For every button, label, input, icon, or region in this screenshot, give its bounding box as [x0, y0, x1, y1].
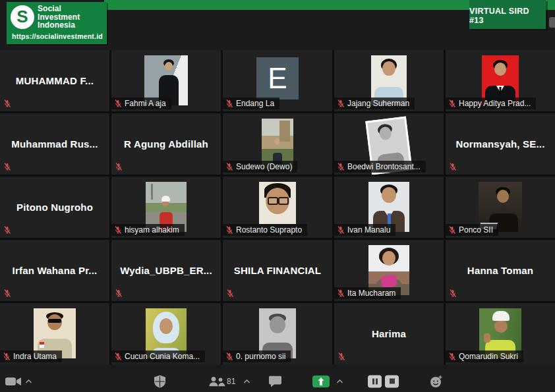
participant-name-label: Jajang Suherman [334, 98, 415, 109]
participant-name: R Agung Abdillah [111, 113, 221, 175]
event-badge: VIRTUAL SIRD #13 [469, 0, 546, 29]
participant-name-label: Rostanto Suprapto [223, 224, 307, 236]
muted-mic-icon [114, 99, 122, 108]
participant-tile[interactable]: 0. purnomo sii [223, 303, 332, 364]
participant-count: 81 [227, 378, 235, 385]
participant-name-label: Boedwi Brontosant... [334, 161, 426, 173]
participant-tile[interactable]: Cucun Cunia Koma... [111, 303, 221, 364]
participant-name-label: Cucun Cunia Koma... [111, 350, 205, 362]
muted-mic-icon [337, 99, 345, 108]
participant-tile[interactable]: Hanna Toman [446, 240, 555, 301]
pause-recording-button[interactable] [368, 375, 382, 387]
muted-mic-icon [337, 226, 345, 235]
participant-grid: MUHAMMAD F...Fahmi A ajaEEndang LaJajang… [0, 50, 555, 364]
participant-name: Irfan Wahana Pr... [0, 240, 109, 301]
video-chevron-up-icon[interactable] [25, 379, 32, 383]
participant-name-label: Qomarudin Sukri [446, 350, 523, 362]
participant-name: Indra Utama [13, 352, 57, 361]
logo-line-3: Indonesia [38, 21, 80, 30]
participant-name: Ita Mucharam [347, 289, 395, 298]
participant-tile[interactable]: Sudewo (Dewo) [223, 113, 332, 175]
video-button[interactable] [5, 377, 21, 386]
muted-mic-icon [337, 289, 345, 298]
participant-name: Sudewo (Dewo) [236, 162, 292, 171]
participant-tile[interactable]: MUHAMMAD F... [0, 50, 109, 111]
participant-name: Hanna Toman [446, 240, 555, 301]
participant-name: Rostanto Suprapto [236, 225, 302, 235]
stop-recording-button[interactable] [385, 375, 399, 387]
muted-mic-icon [115, 289, 123, 298]
participant-tile[interactable]: Qomarudin Sukri [446, 303, 555, 364]
participant-tile[interactable]: EEndang La [223, 50, 332, 111]
participant-tile[interactable]: hisyam alhakim [111, 177, 221, 238]
participant-tile[interactable]: Indra Utama [0, 303, 109, 364]
participant-name: Cucun Cunia Koma... [125, 352, 200, 361]
participant-name-label: Ponco SII [446, 224, 498, 236]
participants-chevron-up-icon[interactable] [243, 379, 250, 383]
muted-mic-icon [225, 226, 233, 235]
security-shield-button[interactable] [154, 375, 165, 387]
participant-tile[interactable]: Happy Aditya Prad... [446, 50, 555, 111]
participant-tile[interactable]: Wydia_UBPB_ER... [111, 240, 221, 301]
participant-tile[interactable]: SHILA FINANCIAL [223, 240, 332, 301]
meeting-window: S Social Investment Indonesia https://so… [0, 0, 555, 392]
participant-name-label: Indra Utama [0, 350, 62, 362]
muted-mic-icon [3, 163, 11, 171]
participant-tile[interactable]: Boedwi Brontosant... [334, 113, 444, 175]
participant-tile[interactable]: Irfan Wahana Pr... [0, 240, 109, 301]
logo-line-1: Social [38, 5, 80, 13]
share-screen-button[interactable] [312, 376, 330, 387]
participant-name: MUHAMMAD F... [0, 50, 109, 111]
participant-name: SHILA FINANCIAL [223, 240, 332, 301]
meeting-toolbar: 81 [0, 370, 555, 392]
participant-name: Qomarudin Sukri [459, 352, 518, 361]
reactions-button[interactable] [430, 375, 443, 388]
participant-tile[interactable]: Ponco SII [446, 177, 555, 238]
participant-name-label: Ita Mucharam [334, 287, 401, 299]
participant-name: Happy Aditya Prad... [459, 99, 531, 108]
participant-tile[interactable]: Muhammad Rus... [0, 113, 109, 175]
participant-name: Ponco SII [459, 225, 493, 235]
participants-button[interactable] [208, 376, 225, 386]
muted-mic-icon [115, 163, 123, 171]
participant-name-label: Fahmi A aja [111, 98, 171, 109]
participant-name-label: 0. purnomo sii [223, 350, 291, 362]
participant-tile[interactable]: Ita Mucharam [334, 240, 444, 301]
participant-name-label: Endang La [223, 98, 279, 109]
muted-mic-icon [114, 226, 122, 235]
muted-mic-icon [337, 163, 345, 171]
muted-mic-icon [114, 352, 122, 361]
participant-name: Wydia_UBPB_ER... [111, 240, 221, 301]
participant-name: Normansyah, SE... [446, 113, 555, 175]
muted-mic-icon [448, 226, 456, 235]
muted-mic-icon [225, 163, 233, 171]
participant-name: Fahmi A aja [125, 99, 166, 108]
participant-name: Muhammad Rus... [0, 113, 109, 175]
muted-mic-icon [3, 226, 11, 235]
participant-name: hisyam alhakim [125, 225, 179, 235]
participant-name-label: Ivan Manalu [334, 224, 395, 236]
participant-tile[interactable]: Rostanto Suprapto [223, 177, 332, 238]
participant-name: Jajang Suherman [347, 99, 409, 108]
participant-name-label: Happy Aditya Prad... [446, 98, 536, 109]
share-chevron-up-icon[interactable] [336, 379, 343, 383]
participant-tile[interactable]: Pitono Nugroho [0, 177, 109, 238]
participant-name-label: hisyam alhakim [111, 224, 185, 236]
muted-mic-icon [448, 352, 456, 361]
muted-mic-icon [225, 352, 233, 361]
chat-button[interactable] [269, 376, 281, 387]
muted-mic-icon [448, 99, 456, 108]
participant-tile[interactable]: Fahmi A aja [111, 50, 221, 111]
brand-logo: S Social Investment Indonesia https://so… [7, 2, 107, 44]
participant-tile[interactable]: R Agung Abdillah [111, 113, 221, 175]
participant-tile[interactable]: Normansyah, SE... [446, 113, 555, 175]
participant-tile[interactable]: Jajang Suherman [334, 50, 444, 111]
participant-tile[interactable]: Harima [334, 303, 444, 364]
muted-mic-icon [225, 99, 233, 108]
participant-name: Pitono Nugroho [0, 177, 109, 238]
participant-name-label: Sudewo (Dewo) [223, 161, 297, 173]
muted-mic-icon [337, 352, 345, 361]
participant-tile[interactable]: Ivan Manalu [334, 177, 444, 238]
view-button-partial[interactable] [549, 17, 555, 28]
muted-mic-icon [3, 99, 11, 108]
